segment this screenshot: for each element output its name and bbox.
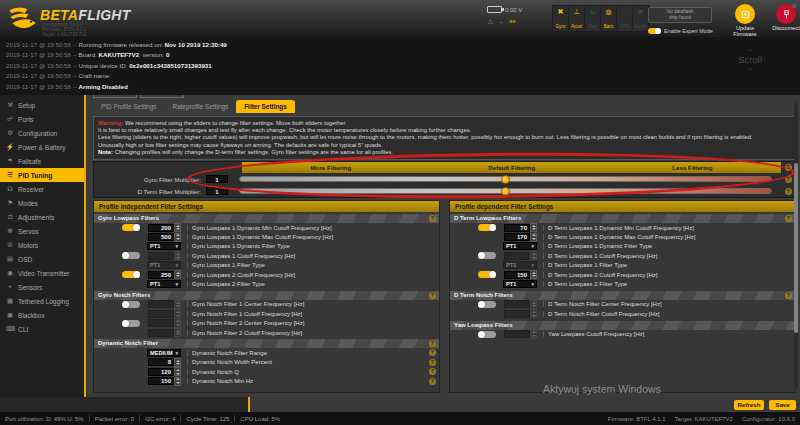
slider-track[interactable]	[239, 188, 772, 194]
refresh-button[interactable]: Refresh	[734, 400, 764, 410]
stepper-up-icon[interactable]	[176, 302, 180, 304]
number-stepper[interactable]	[174, 223, 181, 232]
number-stepper[interactable]	[530, 233, 537, 242]
filter-toggle[interactable]	[122, 252, 140, 259]
save-button[interactable]: Save	[769, 400, 796, 410]
dataflash-button[interactable]: No dataflashchip found	[648, 7, 712, 23]
filter-toggle[interactable]	[122, 224, 140, 231]
filter-type-select[interactable]: PT1▾	[147, 242, 181, 250]
sidebar-item-setup[interactable]: ⚒Setup	[0, 98, 84, 112]
stepper-up-icon[interactable]	[176, 369, 180, 371]
frequency-input[interactable]	[148, 252, 174, 260]
filter-toggle[interactable]	[122, 271, 140, 278]
sidebar-item-tethered-logging[interactable]: ▦Tethered Logging	[0, 294, 84, 308]
number-stepper[interactable]	[174, 270, 181, 279]
sidebar-item-configuration[interactable]: ⚙Configuration	[0, 126, 84, 140]
sidebar-item-failsafe[interactable]: ☂Failsafe	[0, 154, 84, 168]
frequency-input[interactable]	[148, 310, 174, 318]
filter-toggle[interactable]	[478, 224, 496, 231]
slider-value-input[interactable]: 1	[206, 175, 228, 183]
stepper-down-icon[interactable]	[532, 257, 536, 259]
number-stepper[interactable]	[174, 358, 181, 367]
frequency-input[interactable]: 250	[148, 271, 174, 279]
sidebar-item-adjustments[interactable]: ⚖Adjustments	[0, 210, 84, 224]
stepper-down-icon[interactable]	[532, 275, 536, 277]
chevron-down-icon[interactable]: ⌄	[738, 65, 762, 71]
stepper-up-icon[interactable]	[532, 234, 536, 236]
log-scroll-control[interactable]: ⌃ Scroll ⌄	[738, 49, 762, 71]
filter-type-select[interactable]: PT1▾	[503, 261, 537, 269]
frequency-input[interactable]: 70	[504, 224, 530, 232]
filter-toggle[interactable]	[478, 252, 496, 259]
stepper-up-icon[interactable]	[176, 225, 180, 227]
sidebar-item-modes[interactable]: ⚑Modes	[0, 196, 84, 210]
number-stepper[interactable]	[174, 300, 181, 309]
slider-track[interactable]	[239, 176, 772, 182]
update-firmware-button[interactable]: Update Firmware	[726, 4, 764, 37]
stepper-up-icon[interactable]	[176, 330, 180, 332]
number-stepper[interactable]	[530, 270, 537, 279]
frequency-input[interactable]: 150	[504, 271, 530, 279]
stepper-down-icon[interactable]	[176, 315, 180, 317]
stepper-up-icon[interactable]	[176, 253, 180, 255]
number-stepper[interactable]	[530, 223, 537, 232]
filter-type-select[interactable]: PT1▾	[503, 242, 537, 250]
frequency-input[interactable]	[148, 319, 174, 327]
stepper-down-icon[interactable]	[176, 373, 180, 375]
stepper-up-icon[interactable]	[532, 302, 536, 304]
frequency-input[interactable]	[504, 330, 530, 338]
slider-thumb[interactable]	[501, 187, 510, 196]
frequency-input[interactable]: 500	[148, 233, 174, 241]
filter-toggle[interactable]	[478, 301, 496, 308]
stepper-down-icon[interactable]	[176, 324, 180, 326]
sidebar-item-pid-tuning[interactable]: ☰PID Tuning	[0, 168, 84, 182]
tab-filter-settings[interactable]: Filter Settings	[236, 100, 295, 113]
frequency-input[interactable]	[504, 300, 530, 308]
number-stepper[interactable]	[174, 319, 181, 328]
number-stepper[interactable]	[530, 251, 537, 260]
sidebar-item-video-transmitter[interactable]: ◉Video Transmitter	[0, 266, 84, 280]
vertical-scrollbar[interactable]	[794, 103, 798, 389]
frequency-input[interactable]: 170	[504, 233, 530, 241]
stepper-down-icon[interactable]	[532, 305, 536, 307]
sidebar-item-receiver[interactable]: ☊Receiver	[0, 182, 84, 196]
number-stepper[interactable]	[530, 330, 537, 339]
sidebar-item-motors[interactable]: ✇Motors	[0, 238, 84, 252]
stepper-down-icon[interactable]	[532, 335, 536, 337]
expert-mode-toggle[interactable]	[648, 28, 661, 34]
filter-toggle[interactable]	[122, 320, 140, 327]
sidebar-item-servos[interactable]: ☸Servos	[0, 224, 84, 238]
number-stepper[interactable]	[174, 251, 181, 260]
frequency-input[interactable]: 8	[148, 358, 174, 366]
stepper-up-icon[interactable]	[532, 253, 536, 255]
stepper-down-icon[interactable]	[176, 382, 180, 384]
frequency-input[interactable]: 200	[148, 224, 174, 232]
stepper-up-icon[interactable]	[176, 234, 180, 236]
stepper-down-icon[interactable]	[176, 363, 180, 365]
number-stepper[interactable]	[174, 309, 181, 318]
stepper-down-icon[interactable]	[176, 228, 180, 230]
gear-icon[interactable]: ⚙	[792, 2, 797, 9]
stepper-down-icon[interactable]	[532, 315, 536, 317]
stepper-down-icon[interactable]	[176, 333, 180, 335]
stepper-down-icon[interactable]	[176, 275, 180, 277]
scrollbar-thumb[interactable]	[794, 163, 798, 333]
stepper-down-icon[interactable]	[532, 238, 536, 240]
stepper-down-icon[interactable]	[532, 228, 536, 230]
sidebar-item-cli[interactable]: ⌨CLI	[0, 322, 84, 336]
sidebar-item-sensors[interactable]: ⌖Sensors	[0, 280, 84, 294]
frequency-input[interactable]	[504, 252, 530, 260]
filter-type-select[interactable]: PT1▾	[147, 280, 181, 288]
stepper-up-icon[interactable]	[532, 331, 536, 333]
stepper-down-icon[interactable]	[176, 238, 180, 240]
number-stepper[interactable]	[174, 377, 181, 386]
stepper-up-icon[interactable]	[176, 311, 180, 313]
stepper-down-icon[interactable]	[176, 257, 180, 259]
stepper-up-icon[interactable]	[532, 272, 536, 274]
number-stepper[interactable]	[530, 300, 537, 309]
filter-toggle[interactable]	[478, 331, 496, 338]
sidebar-item-blackbox[interactable]: ▣Blackbox	[0, 308, 84, 322]
filter-type-select[interactable]: PT1▾	[503, 280, 537, 288]
stepper-up-icon[interactable]	[176, 320, 180, 322]
filter-type-select[interactable]: PT1▾	[147, 261, 181, 269]
